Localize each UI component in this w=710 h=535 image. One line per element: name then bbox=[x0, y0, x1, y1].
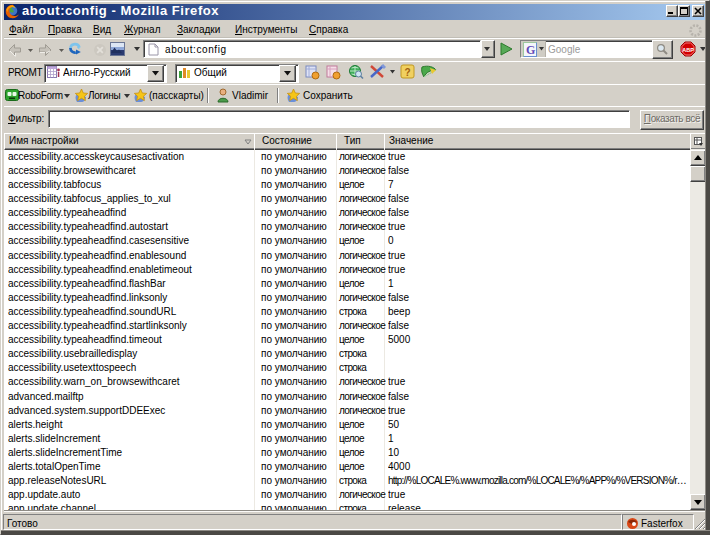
svg-text:ABP: ABP bbox=[682, 47, 694, 53]
svg-text:?: ? bbox=[404, 67, 410, 78]
